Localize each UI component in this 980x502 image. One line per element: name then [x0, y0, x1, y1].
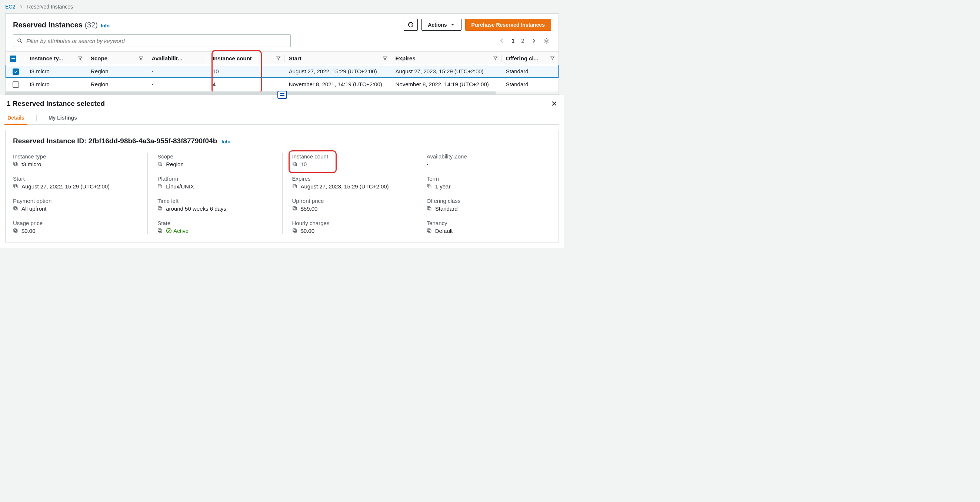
purchase-button[interactable]: Purchase Reserved Instances [465, 19, 551, 31]
page-title-text: Reserved Instances [13, 21, 83, 29]
cell-availability: - [147, 65, 208, 78]
copy-icon[interactable] [158, 161, 163, 167]
reserved-instances-table: Instance ty... Scope Availabilit... Inst… [6, 51, 558, 91]
filter-input-wrap[interactable] [13, 35, 291, 47]
col-label: Scope [91, 55, 107, 62]
copy-icon[interactable] [427, 184, 432, 189]
cell-availability: - [147, 78, 208, 91]
info-link[interactable]: Info [101, 23, 110, 29]
actions-button-label: Actions [428, 22, 447, 28]
field-value: Active [173, 228, 189, 234]
resize-handle[interactable] [277, 91, 287, 99]
status-ok-icon [166, 228, 172, 234]
field-label: Offering class [427, 198, 541, 204]
copy-icon[interactable] [292, 161, 298, 167]
field-label: Upfront price [292, 198, 407, 204]
actions-button[interactable]: Actions [422, 19, 461, 31]
field-label: Instance type [13, 153, 138, 160]
chevron-right-icon [19, 5, 23, 9]
table-row[interactable]: t3.micro Region - 4 November 8, 2021, 14… [6, 78, 558, 91]
breadcrumb-root[interactable]: EC2 [5, 4, 15, 10]
state-badge: Active [166, 228, 189, 234]
col-expires[interactable]: Expires [391, 52, 501, 65]
field-value: Default [435, 228, 453, 234]
pager-prev[interactable] [499, 38, 505, 44]
copy-icon[interactable] [13, 228, 19, 234]
close-button[interactable]: ✕ [551, 99, 557, 108]
filter-input[interactable] [25, 37, 287, 44]
field-label: Platform [158, 175, 272, 182]
tab-details[interactable]: Details [7, 111, 25, 124]
copy-icon[interactable] [427, 206, 432, 211]
field-label: Time left [158, 198, 272, 204]
page-title: Reserved Instances (32) [13, 21, 98, 29]
copy-icon[interactable] [292, 206, 298, 211]
filter-icon [493, 56, 498, 61]
col-select-all[interactable] [6, 52, 25, 65]
field-label: Expires [292, 175, 407, 182]
field-value: August 27, 2022, 15:29 (UTC+2:00) [21, 183, 110, 189]
field-value: 1 year [435, 183, 451, 189]
field-label: State [158, 220, 272, 226]
col-start[interactable]: Start [285, 52, 391, 65]
field-value: $0.00 [21, 228, 35, 234]
detail-title-prefix: Reserved Instance ID: [13, 137, 87, 145]
row-checkbox[interactable] [13, 81, 19, 88]
field-value: August 27, 2023, 15:29 (UTC+2:00) [301, 183, 389, 189]
col-label: Availabilit... [151, 55, 182, 62]
cell-start: November 8, 2021, 14:19 (UTC+2:00) [285, 78, 391, 91]
row-checkbox[interactable] [13, 68, 19, 75]
cell-instance-count: 4 [208, 78, 285, 91]
field-label: Term [427, 175, 541, 182]
col-instance-count[interactable]: Instance count [208, 52, 285, 65]
detail-title: Reserved Instance ID: 2fbf16dd-98b6-4a3a… [13, 137, 217, 145]
breadcrumb: EC2 Reserved Instances [0, 0, 564, 12]
copy-icon[interactable] [292, 228, 298, 234]
table-row[interactable]: t3.micro Region - 10 August 27, 2022, 15… [6, 65, 558, 78]
field-value: Linux/UNIX [166, 183, 194, 189]
col-instance-type[interactable]: Instance ty... [25, 52, 86, 65]
copy-icon[interactable] [158, 206, 163, 211]
field-value: $0.00 [301, 228, 315, 234]
field-value: Standard [435, 205, 458, 212]
copy-icon[interactable] [427, 228, 432, 234]
copy-icon[interactable] [158, 228, 163, 234]
settings-button[interactable] [543, 38, 550, 44]
field-label: Scope [158, 153, 272, 160]
copy-icon[interactable] [13, 206, 19, 211]
close-icon: ✕ [551, 100, 557, 108]
search-icon [17, 38, 22, 44]
filter-icon [78, 56, 83, 61]
copy-icon[interactable] [13, 184, 19, 189]
field-label: Availability Zone [427, 153, 541, 160]
col-label: Start [289, 55, 301, 62]
field-value: 10 [301, 161, 307, 167]
cell-scope: Region [86, 65, 147, 78]
field-value: around 50 weeks 6 days [166, 205, 226, 212]
col-label: Expires [396, 55, 415, 62]
col-label: Offering cl... [506, 55, 539, 62]
copy-icon[interactable] [13, 161, 19, 167]
col-scope[interactable]: Scope [86, 52, 147, 65]
info-link[interactable]: Info [221, 139, 231, 145]
pager-page-2[interactable]: 2 [521, 38, 524, 44]
refresh-icon [407, 21, 414, 28]
copy-icon[interactable] [158, 184, 163, 189]
tab-my-listings[interactable]: My Listings [48, 111, 78, 124]
col-availability[interactable]: Availabilit... [147, 52, 208, 65]
pager-page-1[interactable]: 1 [511, 38, 514, 44]
pager-next[interactable] [531, 38, 537, 44]
cell-expires: November 8, 2022, 14:19 (UTC+2:00) [391, 78, 501, 91]
field-label: Instance count [292, 153, 407, 160]
field-value: Region [166, 161, 184, 167]
cell-start: August 27, 2022, 15:29 (UTC+2:00) [285, 65, 391, 78]
col-offering-class[interactable]: Offering cl... [501, 52, 558, 65]
field-label: Usage price [13, 220, 138, 226]
field-value: All upfront [21, 205, 47, 212]
filter-icon [383, 56, 387, 61]
breadcrumb-current: Reserved Instances [27, 4, 73, 10]
refresh-button[interactable] [404, 19, 418, 31]
field-value: t3.micro [21, 161, 41, 167]
cell-instance-type: t3.micro [25, 78, 86, 91]
copy-icon[interactable] [292, 184, 298, 189]
